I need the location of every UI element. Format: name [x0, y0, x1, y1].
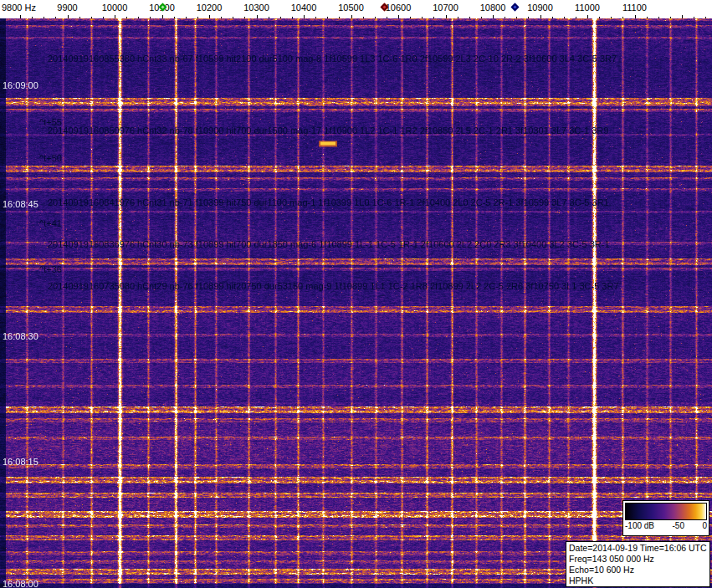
freq-tick-label: 10400 [291, 3, 317, 13]
freq-tick [32, 17, 33, 18]
freq-tick [327, 17, 328, 18]
freq-tick [410, 17, 411, 18]
freq-tick [469, 17, 470, 18]
freq-tick-label: 10600 [386, 3, 412, 13]
freq-tick [233, 17, 233, 18]
freq-tick [162, 15, 163, 18]
freq-tick-label: 10200 [197, 3, 223, 13]
freq-tick [55, 17, 56, 18]
freq-tick-label: 10900 [527, 3, 553, 13]
freq-tick [576, 17, 576, 18]
freq-tick [91, 17, 92, 18]
freq-tick [363, 17, 364, 18]
freq-tick [138, 17, 139, 18]
freq-tick-label: 10800 [480, 3, 506, 13]
freq-tick [493, 15, 494, 18]
freq-tick [387, 17, 387, 18]
freq-tick [103, 17, 104, 18]
freq-tick [257, 15, 258, 18]
freq-tick [339, 17, 340, 18]
freq-tick-label: 11000 [575, 3, 600, 13]
freq-tick [540, 15, 541, 18]
freq-tick [44, 17, 44, 18]
freq-tick [458, 17, 458, 18]
colorbar-label-max: 0 [702, 520, 707, 532]
freq-tick [375, 17, 376, 18]
freq-tick [670, 17, 671, 18]
freq-tick [186, 17, 187, 18]
freq-tick [351, 15, 352, 18]
freq-tick [150, 17, 151, 18]
freq-tick [694, 17, 694, 18]
freq-tick [197, 17, 198, 18]
freq-tick [68, 15, 69, 18]
freq-tick [269, 17, 269, 18]
freq-tick [315, 17, 316, 18]
freq-tick [280, 17, 281, 18]
freq-tick [481, 17, 482, 18]
colorbar-labels: -100 dB -50 0 [623, 520, 709, 532]
info-line-station: HPHK [569, 575, 707, 586]
freq-tick [635, 15, 636, 18]
freq-tick-label: 10300 [243, 3, 269, 13]
freq-axis: 9800 Hz990010000101001020010300104001050… [0, 0, 712, 18]
freq-tick [611, 17, 612, 18]
freq-tick [174, 17, 175, 18]
freq-tick-label: 10500 [338, 3, 364, 13]
freq-tick [422, 17, 423, 18]
freq-tick [587, 15, 588, 18]
freq-tick [564, 17, 565, 18]
freq-tick [682, 15, 683, 18]
freq-marker-blue-icon [511, 3, 520, 12]
freq-tick [304, 15, 305, 18]
freq-tick [433, 17, 434, 18]
spectrogram-app: 9800 Hz990010000101001020010300104001050… [0, 0, 712, 588]
freq-tick [658, 17, 659, 18]
freq-tick [292, 17, 293, 18]
freq-tick [398, 15, 399, 18]
freq-tick [599, 17, 600, 18]
freq-tick-label: 10000 [102, 3, 128, 13]
freq-tick [244, 17, 245, 18]
freq-tick [552, 17, 553, 18]
colorbar: -100 dB -50 0 [622, 500, 709, 536]
info-box: Date=2014-09-19 Time=16:06 UTC Freq=143 … [566, 541, 710, 587]
freq-tick-label: 9900 [57, 3, 77, 13]
freq-tick [209, 15, 210, 18]
freq-tick [647, 17, 648, 18]
freq-tick [622, 17, 623, 18]
info-line-freq: Freq=143 050 000 Hz [569, 554, 707, 565]
freq-tick-label: 9800 Hz [2, 3, 36, 13]
freq-tick [221, 17, 222, 18]
freq-tick [505, 17, 505, 18]
freq-tick [126, 17, 127, 18]
info-line-echo: Echo=10 600 Hz [569, 565, 707, 575]
colorbar-label-min: -100 dB [625, 520, 654, 532]
freq-tick-label: 11100 [622, 3, 647, 13]
freq-tick [446, 15, 447, 18]
freq-tick [115, 15, 115, 18]
colorbar-label-mid: -50 [673, 520, 684, 532]
freq-tick [20, 15, 21, 18]
freq-tick [516, 17, 517, 18]
freq-tick-label: 10700 [433, 3, 458, 13]
freq-tick [528, 17, 529, 18]
spectrogram-canvas [0, 18, 712, 588]
colorbar-gradient [625, 503, 707, 520]
info-line-date: Date=2014-09-19 Time=16:06 UTC [569, 543, 707, 554]
freq-tick [79, 17, 80, 18]
freq-tick [705, 17, 706, 18]
